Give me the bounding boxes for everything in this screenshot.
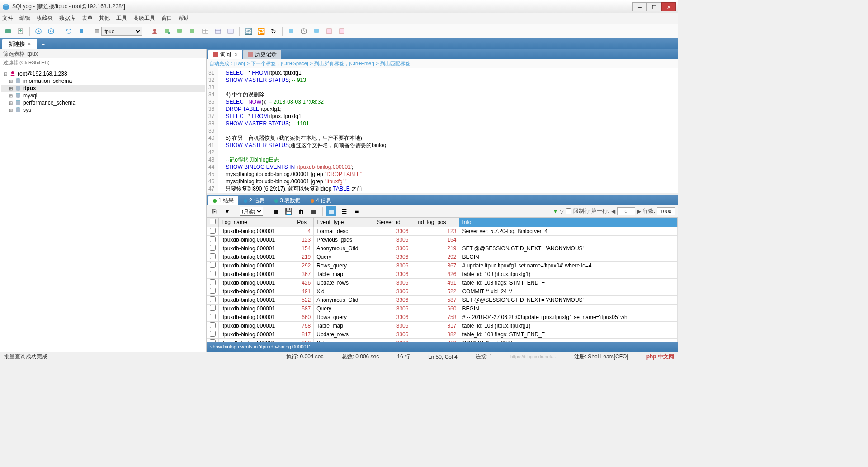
status-pos: Ln 50, Col 4 (428, 354, 458, 360)
db-tool-icon[interactable] (175, 26, 185, 36)
sync2-icon[interactable]: 🔁 (256, 26, 266, 36)
rt-save-icon[interactable]: 💾 (283, 206, 293, 216)
menubar: 文件编辑收藏夹数据库表单其他工具高级工具窗口帮助 (0, 13, 678, 24)
table-row[interactable]: itpuxdb-binlog.000001587Query3306660BEGI… (207, 305, 678, 313)
table-row[interactable]: itpuxdb-binlog.000001522Anonymous_Gtid33… (207, 296, 678, 305)
db-east-icon[interactable] (286, 26, 296, 36)
sql-editor[interactable]: 3132333435363738394041424344454647484950… (207, 68, 678, 193)
result-toolbar: ⎘ ▾ (只读) ▦ 💾 🗑 ▤ ▦ ☰ ≡ ▼ ▽ 限制行 (207, 205, 678, 217)
result-tab-2 信息[interactable]: 2 信息 (239, 196, 269, 205)
prev-page-icon[interactable]: ◀ (611, 208, 615, 214)
options-icon[interactable]: ▾ (222, 206, 232, 216)
menu-编辑[interactable]: 编辑 (19, 14, 30, 22)
refresh-icon[interactable] (64, 26, 74, 36)
rt-icon4[interactable]: ▤ (309, 206, 319, 216)
maximize-button[interactable]: ☐ (647, 2, 661, 11)
menu-帮助[interactable]: 帮助 (179, 14, 189, 22)
table-row[interactable]: itpuxdb-binlog.000001426Update_rows33064… (207, 279, 678, 287)
db-information_schema[interactable]: ⊞information_schema (1, 77, 205, 85)
db-tool2-icon[interactable] (188, 26, 198, 36)
script2-icon[interactable] (337, 26, 347, 36)
query-status: show binlog events in 'itpuxdb-binlog.00… (207, 342, 678, 352)
svg-point-8 (153, 29, 156, 32)
table-icon[interactable] (200, 26, 210, 36)
status-rows: 16 行 (397, 353, 410, 361)
query-tabs: 询问×历史记录 (207, 49, 678, 59)
status-total: 总数: 0.006 sec (342, 353, 379, 361)
table-row[interactable]: itpuxdb-binlog.0000014Format_desc3306123… (207, 227, 678, 236)
logo-watermark: php 中文网 (646, 353, 674, 361)
menu-窗口[interactable]: 窗口 (161, 14, 172, 22)
database-select[interactable]: itpux (101, 27, 142, 36)
menu-数据库[interactable]: 数据库 (59, 14, 75, 22)
result-grid[interactable]: Log_namePosEvent_typeServer_idEnd_log_po… (207, 217, 678, 342)
first-row-input[interactable] (617, 207, 635, 215)
watermark: https://blog.csdn.net/... (510, 354, 556, 359)
table-row[interactable]: itpuxdb-binlog.000001817Update_rows33068… (207, 330, 678, 339)
result-tab-3 表数据[interactable]: 3 表数据 (270, 196, 305, 205)
execute-icon[interactable] (33, 26, 43, 36)
new-query-icon[interactable]: + (16, 26, 26, 36)
svg-text:+: + (19, 28, 22, 34)
connection-tab[interactable]: 新连接× (2, 39, 37, 49)
execute-all-icon[interactable] (46, 26, 56, 36)
new-conn-icon[interactable] (3, 26, 13, 36)
table-row[interactable]: itpuxdb-binlog.000001219Query3306292BEGI… (207, 253, 678, 262)
db-add-icon[interactable]: + (162, 26, 172, 36)
menu-高级工具[interactable]: 高级工具 (133, 14, 155, 22)
rt-icon1[interactable]: ▦ (271, 206, 281, 216)
table-row[interactable]: itpuxdb-binlog.000001154Anonymous_Gtid33… (207, 244, 678, 253)
minimize-button[interactable]: ─ (632, 2, 647, 11)
splitter[interactable] (207, 193, 678, 195)
schema-tree[interactable]: ⊟ root@192.168.1.238 ⊞information_schema… (0, 68, 206, 352)
stop-icon[interactable] (76, 26, 86, 36)
db-itpux[interactable]: ⊞itpux (1, 85, 205, 92)
table-row[interactable]: itpuxdb-binlog.000001123Previous_gtids33… (207, 236, 678, 244)
filter-funnel-icon[interactable]: ▼ (552, 208, 558, 214)
tree-root[interactable]: ⊟ root@192.168.1.238 (1, 70, 205, 77)
next-page-icon[interactable]: ▶ (637, 208, 641, 214)
sync3-icon[interactable]: ↻ (269, 26, 278, 36)
menu-其他[interactable]: 其他 (99, 14, 110, 22)
clock-icon[interactable] (299, 26, 309, 36)
menu-文件[interactable]: 文件 (2, 14, 13, 22)
rt-delete-icon[interactable]: 🗑 (296, 206, 306, 216)
close-tab-icon[interactable]: × (28, 41, 31, 47)
db-performance_schema[interactable]: ⊞performance_schema (1, 99, 205, 106)
close-button[interactable]: ✕ (661, 2, 676, 11)
table3-icon[interactable] (226, 26, 236, 36)
menu-工具[interactable]: 工具 (116, 14, 127, 22)
form-view-icon[interactable]: ☰ (339, 206, 349, 216)
database-selector[interactable]: itpux (94, 27, 142, 36)
db-mysql[interactable]: ⊞mysql (1, 92, 205, 99)
result-tab-1 结果[interactable]: 1 结果 (208, 196, 238, 205)
filter-input[interactable] (3, 60, 203, 65)
table-row[interactable]: itpuxdb-binlog.000001660Rows_query330675… (207, 313, 678, 322)
table-row[interactable]: itpuxdb-binlog.000001367Table_map3306426… (207, 270, 678, 279)
filter-clear-icon[interactable]: ▽ (560, 208, 564, 214)
grid-view-icon[interactable]: ▦ (326, 206, 336, 216)
table-row[interactable]: itpuxdb-binlog.000001292Rows_query330636… (207, 262, 678, 270)
menu-收藏夹[interactable]: 收藏夹 (37, 14, 53, 22)
table-row[interactable]: itpuxdb-binlog.000001758Table_map3306817… (207, 322, 678, 330)
script-icon[interactable] (324, 26, 334, 36)
limit-checkbox[interactable] (566, 208, 571, 214)
add-tab-button[interactable]: + (38, 40, 48, 49)
svg-rect-19 (228, 29, 233, 33)
svg-rect-32 (248, 52, 253, 57)
menu-表单[interactable]: 表单 (82, 14, 93, 22)
db-sys[interactable]: ⊞sys (1, 106, 205, 114)
export-icon[interactable]: ⎘ (209, 206, 219, 216)
query-tab-历史记录[interactable]: 历史记录 (243, 50, 281, 59)
sync1-icon[interactable]: 🔄 (243, 26, 253, 36)
result-tab-4 信息[interactable]: 4 信息 (306, 196, 336, 205)
text-view-icon[interactable]: ≡ (352, 206, 362, 216)
row-count-input[interactable] (657, 207, 675, 215)
db-import-icon[interactable] (311, 26, 321, 36)
readonly-select[interactable]: (只读) (240, 207, 263, 216)
status-conn: 连接: 1 (476, 353, 492, 361)
table-row[interactable]: itpuxdb-binlog.000001491Xid3306522COMMIT… (207, 287, 678, 296)
user-icon[interactable] (150, 26, 160, 36)
query-tab-询问[interactable]: 询问× (208, 50, 242, 59)
table2-icon[interactable] (213, 26, 223, 36)
